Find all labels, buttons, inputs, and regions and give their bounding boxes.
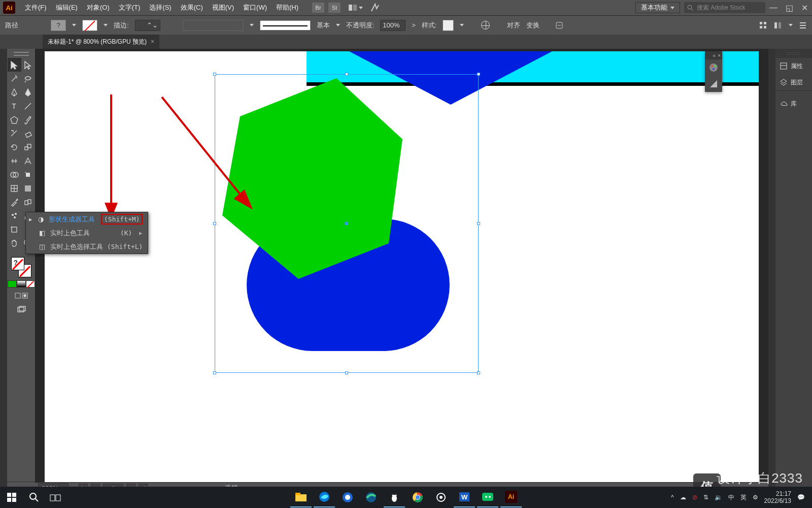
menu-view[interactable]: 视图(V) xyxy=(208,0,239,15)
type-tool[interactable]: T xyxy=(8,99,21,113)
wechat-taskbar-icon[interactable] xyxy=(477,487,498,507)
flyout-live-paint-select[interactable]: ◫ 实时上色选择工具 (Shift+L) xyxy=(26,240,148,253)
swatches-panel-icon[interactable] xyxy=(705,76,722,92)
search-taskbar-icon[interactable] xyxy=(23,487,45,507)
menu-help[interactable]: 帮助(H) xyxy=(272,0,303,15)
stroke-profile[interactable] xyxy=(183,20,244,31)
close-tab-icon[interactable]: × xyxy=(151,38,154,45)
blend-tool[interactable] xyxy=(21,195,35,209)
mesh-tool[interactable] xyxy=(8,181,21,195)
width-tool[interactable] xyxy=(8,154,21,168)
magic-wand-tool[interactable] xyxy=(8,72,21,85)
eraser-tool[interactable] xyxy=(21,126,35,140)
scale-tool[interactable] xyxy=(21,140,35,154)
fill-swatch[interactable]: ? xyxy=(51,20,66,31)
gpu-icon[interactable] xyxy=(370,3,380,13)
line-tool[interactable] xyxy=(21,99,35,113)
screen-mode-button[interactable] xyxy=(14,303,28,316)
minimize-button[interactable]: — xyxy=(769,3,777,12)
bridge-button[interactable]: Br xyxy=(312,3,324,13)
stroke-weight-input[interactable]: ⌃⌄ xyxy=(135,20,160,31)
canvas-area[interactable]: «× 800% |◂ ◂ 1 ▸ ▸| 选择 ▶ xyxy=(35,49,768,494)
explorer-taskbar-icon[interactable] xyxy=(290,487,312,507)
pen-tool[interactable] xyxy=(8,85,21,99)
symbol-tool[interactable] xyxy=(8,209,21,223)
ime-indicator-2[interactable]: 英 xyxy=(740,493,747,502)
chrome-taskbar-icon[interactable] xyxy=(407,487,428,507)
ime-indicator-1[interactable]: 中 xyxy=(728,493,734,502)
recolor-icon[interactable] xyxy=(481,21,490,29)
tray-chevron-icon[interactable]: ^ xyxy=(671,494,674,501)
libraries-panel-button[interactable]: 库 xyxy=(775,96,812,112)
arrange-button[interactable] xyxy=(347,3,359,13)
style-swatch[interactable] xyxy=(443,20,454,31)
penguin-taskbar-icon[interactable] xyxy=(384,487,405,507)
document-tab[interactable]: 未标题-1* @ 800% (RGB/GPU 预览) × xyxy=(43,35,159,49)
transform-label[interactable]: 变换 xyxy=(526,21,539,30)
menu-object[interactable]: 对象(O) xyxy=(82,0,114,15)
free-transform-tool[interactable] xyxy=(21,154,35,168)
color-panel-icon[interactable] xyxy=(705,59,722,76)
gradient-tool[interactable] xyxy=(21,181,35,195)
isolate-icon[interactable] xyxy=(555,21,564,30)
lasso-tool[interactable] xyxy=(21,72,35,85)
onedrive-icon[interactable]: ☁ xyxy=(680,494,686,501)
shape-builder-tool[interactable] xyxy=(8,168,21,181)
panel-menu-icon[interactable] xyxy=(799,22,807,28)
menu-window[interactable]: 窗口(W) xyxy=(239,0,272,15)
shaper-tool[interactable] xyxy=(8,126,21,140)
browser-taskbar-icon[interactable] xyxy=(337,487,358,507)
toolbox-fill-swatch[interactable]: ? xyxy=(11,257,24,270)
none-mode-button[interactable] xyxy=(26,280,35,288)
security-icon[interactable]: ⊘ xyxy=(692,494,697,501)
layers-panel-button[interactable]: 图层 xyxy=(775,74,812,90)
artboard-tool[interactable] xyxy=(8,223,21,236)
shape-tool[interactable] xyxy=(8,113,21,126)
taskbar-clock[interactable]: 21:17 2022/6/13 xyxy=(764,490,791,505)
search-input[interactable]: 搜索 Adobe Stock xyxy=(684,2,765,13)
edge2-taskbar-icon[interactable] xyxy=(360,487,382,507)
opacity-input[interactable]: 100% xyxy=(380,20,405,31)
color-mini-panel[interactable]: «× xyxy=(705,51,722,92)
gradient-mode-button[interactable] xyxy=(17,280,26,288)
menu-type[interactable]: 文字(T) xyxy=(114,0,145,15)
workspace-switcher[interactable]: 基本功能 xyxy=(635,2,680,13)
menu-edit[interactable]: 编辑(E) xyxy=(51,0,82,15)
align-panel-icon[interactable] xyxy=(773,21,783,29)
panel-grip[interactable]: :::::: xyxy=(775,49,812,58)
fill-stroke-control[interactable]: ? xyxy=(11,257,31,277)
notifications-icon[interactable]: 💬 xyxy=(797,494,805,501)
color-mode-button[interactable] xyxy=(8,280,17,288)
draw-normal-icon[interactable] xyxy=(15,293,21,299)
rotate-tool[interactable] xyxy=(8,140,21,154)
align-label[interactable]: 对齐 xyxy=(507,21,520,30)
perspective-tool[interactable] xyxy=(21,168,35,181)
direct-selection-tool[interactable] xyxy=(21,58,35,72)
grid-view-icon[interactable] xyxy=(759,21,767,29)
draw-behind-icon[interactable] xyxy=(22,293,28,299)
selection-tool[interactable] xyxy=(8,58,21,72)
network-icon[interactable]: ⇅ xyxy=(703,494,708,501)
hand-tool[interactable] xyxy=(8,236,21,250)
stroke-swatch[interactable] xyxy=(82,20,97,31)
word-taskbar-icon[interactable]: W xyxy=(454,487,475,507)
brush-profile[interactable] xyxy=(260,20,311,30)
illustrator-taskbar-icon[interactable]: Ai xyxy=(500,487,522,507)
menu-effect[interactable]: 效果(C) xyxy=(176,0,208,15)
ime-settings-icon[interactable]: ⚙ xyxy=(753,494,758,501)
stock-button[interactable]: St xyxy=(328,3,341,13)
brush-tool[interactable] xyxy=(21,113,35,126)
flyout-live-paint[interactable]: ◧ 实时上色工具 (K) ▸ xyxy=(26,226,148,240)
menu-select[interactable]: 选择(S) xyxy=(145,0,176,15)
close-icon[interactable]: × xyxy=(718,53,721,58)
task-view-icon[interactable] xyxy=(45,487,66,507)
curvature-tool[interactable] xyxy=(21,85,35,99)
maximize-button[interactable]: ◱ xyxy=(786,3,793,13)
properties-panel-button[interactable]: 属性 xyxy=(775,58,812,74)
flyout-shape-builder[interactable]: ▸ ◑ 形状生成器工具 (Shift+M) xyxy=(26,212,148,226)
close-button[interactable]: ✕ xyxy=(801,3,808,13)
start-button[interactable] xyxy=(0,487,23,508)
volume-icon[interactable]: 🔉 xyxy=(715,494,722,501)
menu-file[interactable]: 文件(F) xyxy=(20,0,51,15)
edge-taskbar-icon[interactable] xyxy=(314,487,335,507)
